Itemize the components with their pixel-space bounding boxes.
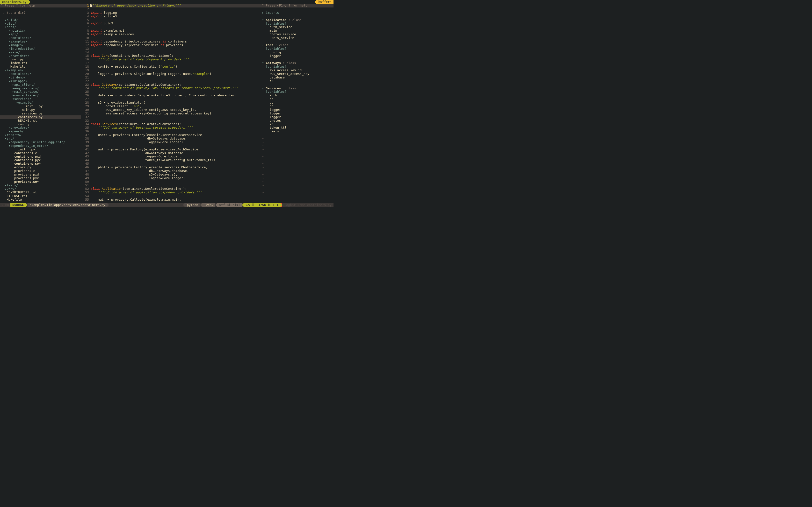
tree-item[interactable]: containers.c: [0, 151, 81, 155]
tree-item[interactable]: index.rst: [0, 61, 81, 65]
code-line[interactable]: [90, 76, 261, 79]
tree-item[interactable]: ▸ providers/: [0, 126, 81, 130]
code-line[interactable]: import sqlite3: [90, 15, 261, 18]
tagbar-item[interactable]: config: [261, 51, 334, 54]
tree-item[interactable]: providers.pxd: [0, 173, 81, 176]
tagbar-vars[interactable]: [variables]: [261, 65, 334, 68]
code-line[interactable]: [90, 79, 261, 83]
tree-item[interactable]: __init__.py: [0, 105, 81, 108]
tree-item[interactable]: ▸ engines_cars/: [0, 87, 81, 90]
tagbar-item[interactable]: users_service: [261, 36, 334, 40]
tree-item[interactable]: providers.pyx: [0, 176, 81, 180]
code-line[interactable]: """IoC container of gateway (API clients…: [90, 87, 261, 90]
tagbar-item[interactable]: logger: [261, 54, 334, 58]
tagbar-item[interactable]: main: [261, 29, 334, 33]
tree-item[interactable]: LICENSE.rst: [0, 194, 81, 198]
tagbar-item[interactable]: s3: [261, 123, 334, 126]
tree-item[interactable]: ▸ containers/: [0, 36, 81, 40]
tree-item[interactable]: ▸ api_client/: [0, 83, 81, 87]
tree-item[interactable]: README.rst: [0, 119, 81, 123]
code-line[interactable]: import dependency_injector.containers as…: [90, 40, 261, 44]
code-line[interactable]: aws_access_key_id=Core.config.aws.access…: [90, 108, 261, 112]
tagbar-vars[interactable]: [variables]: [261, 22, 334, 25]
code-line[interactable]: [90, 144, 261, 148]
code-line[interactable]: import boto3: [90, 22, 261, 25]
tree-item[interactable]: ▾ example/: [0, 101, 81, 105]
code-line[interactable]: """IoC container of core component provi…: [90, 58, 261, 61]
tagbar-section[interactable]: ▸ imports: [261, 11, 334, 15]
tagbar-vars[interactable]: [variables]: [261, 90, 334, 94]
tagbar-item[interactable]: users: [261, 130, 334, 133]
code-line[interactable]: [90, 68, 261, 72]
tree-root[interactable]: [0, 15, 81, 18]
tab-active[interactable]: containers.py: [0, 0, 29, 4]
tree-item[interactable]: ▾ docs/: [0, 25, 81, 29]
tagbar-item[interactable]: auth_service: [261, 25, 334, 29]
tree-item[interactable]: ▾ examples/: [0, 68, 81, 72]
code-line[interactable]: [90, 47, 261, 51]
tagbar-item[interactable]: aws_access_key_id: [261, 68, 334, 72]
tree-item[interactable]: ▸ speech/: [0, 130, 81, 133]
tagbar-class[interactable]: ▾ Gateways : class: [261, 61, 334, 65]
code-line[interactable]: boto3.client, 's3',: [90, 105, 261, 108]
code-line[interactable]: database = providers.Singleton(sqlite3.c…: [90, 94, 261, 97]
code-line[interactable]: import dependency_injector.providers as …: [90, 44, 261, 47]
code-line[interactable]: config = providers.Configuration('config…: [90, 65, 261, 68]
tree-item[interactable]: errors.py: [0, 166, 81, 169]
tree-item[interactable]: ▸ introduction/: [0, 47, 81, 51]
code-line[interactable]: [90, 25, 261, 29]
tree-item[interactable]: Makefile: [0, 198, 81, 202]
tree-item[interactable]: __init__.py: [0, 148, 81, 151]
tree-item[interactable]: ▸ venv/: [0, 187, 81, 191]
tree-item[interactable]: ▸ examples/: [0, 40, 81, 44]
tree-item[interactable]: ▾ services/: [0, 97, 81, 101]
code-line[interactable]: main = providers.Callable(example.main.m…: [90, 198, 261, 202]
code-line[interactable]: [90, 119, 261, 123]
code-pane[interactable]: 1234567891011121314151617181920212223242…: [81, 4, 261, 203]
tagbar-item[interactable]: db: [261, 101, 334, 105]
code-line[interactable]: logger=Core.logger): [90, 140, 261, 144]
tree-item[interactable]: ▾ src/: [0, 137, 81, 140]
code-line[interactable]: import example.main: [90, 29, 261, 33]
tagbar-item[interactable]: photos: [261, 119, 334, 123]
code-line[interactable]: [90, 130, 261, 133]
tagbar-item[interactable]: photos_service: [261, 33, 334, 36]
code-line[interactable]: """IoC container of business service pro…: [90, 126, 261, 130]
tagbar-item[interactable]: logger: [261, 112, 334, 115]
tree-item[interactable]: ▸ _static/: [0, 29, 81, 33]
code-line[interactable]: s3 = providers.Singleton(: [90, 101, 261, 105]
tree-item[interactable]: providers.so*: [0, 180, 81, 184]
tree-item[interactable]: Makefile: [0, 65, 81, 68]
code-line[interactable]: token_ttl=Core.config.auth.token_ttl): [90, 158, 261, 162]
code-line[interactable]: db=Gateways.database,: [90, 151, 261, 155]
code-line[interactable]: [90, 97, 261, 101]
code-line[interactable]: class Application(containers.Declarative…: [90, 187, 261, 191]
tab-bar[interactable]: containers.py buffers: [0, 0, 334, 4]
tree-item[interactable]: CONTRIBUTORS.rst: [0, 191, 81, 194]
tree-item[interactable]: main.py: [0, 108, 81, 112]
code-line[interactable]: [90, 7, 261, 11]
code-area[interactable]: """Example of dependency injection in Py…: [90, 4, 261, 203]
code-line[interactable]: class Services(containers.DeclarativeCon…: [90, 122, 261, 126]
tree-item[interactable]: ▸ reports/: [0, 133, 81, 137]
tree-item[interactable]: containers.so*: [0, 162, 81, 166]
code-line[interactable]: logger=Core.logger,: [90, 155, 261, 158]
tree-item[interactable]: run.py: [0, 123, 81, 126]
code-line[interactable]: [90, 184, 261, 187]
tree-item[interactable]: ▸ main/: [0, 51, 81, 54]
tagbar-item[interactable]: logger: [261, 115, 334, 119]
code-line[interactable]: [90, 194, 261, 198]
tree-item[interactable]: ▸ dist/: [0, 22, 81, 25]
tagbar-item[interactable]: database: [261, 76, 334, 79]
code-line[interactable]: """IoC container of application componen…: [90, 191, 261, 194]
tree-item[interactable]: ▸ tests/: [0, 184, 81, 187]
code-line[interactable]: class Core(containers.DeclarativeContain…: [90, 54, 261, 58]
tagbar-item[interactable]: db: [261, 105, 334, 108]
tree-item[interactable]: containers.pyx: [0, 158, 81, 162]
code-line[interactable]: [90, 61, 261, 65]
code-line[interactable]: logger=Core.logger): [90, 176, 261, 180]
code-line[interactable]: db=Gateways.database,: [90, 169, 261, 173]
code-line[interactable]: [90, 115, 261, 119]
tagbar-vars[interactable]: [variables]: [261, 47, 334, 51]
code-line[interactable]: [90, 180, 261, 184]
